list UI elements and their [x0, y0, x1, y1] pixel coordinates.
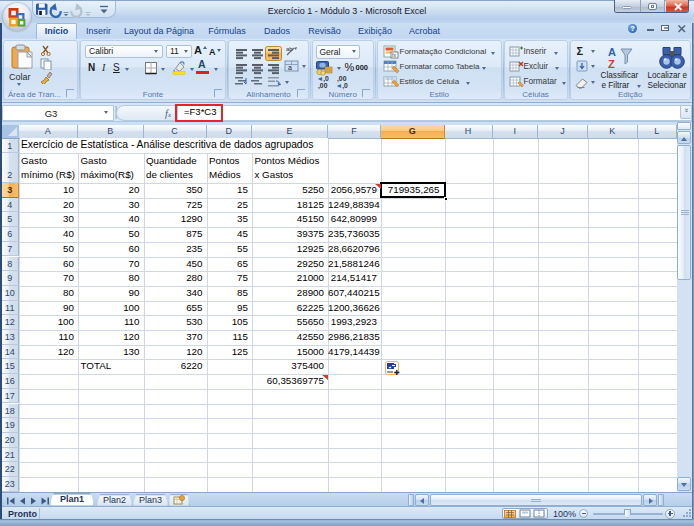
svg-text:Z: Z: [608, 58, 615, 70]
svg-text:a: a: [288, 64, 292, 71]
svg-text:A: A: [608, 46, 616, 58]
svg-text:fx: fx: [392, 52, 396, 58]
svg-text:ab: ab: [286, 46, 293, 52]
